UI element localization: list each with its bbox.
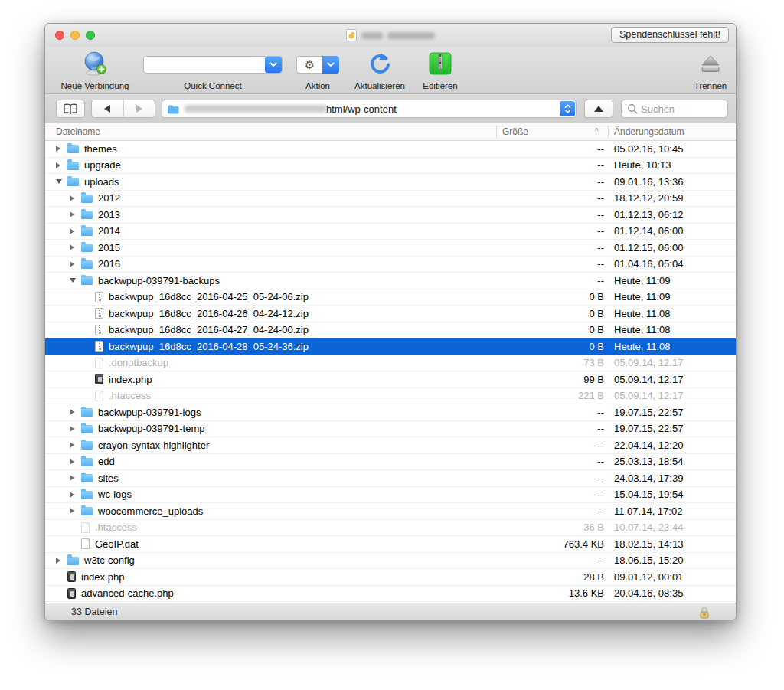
disclosure-triangle-icon[interactable] [70, 442, 74, 448]
file-row[interactable]: backwpup_16d8cc_2016-04-28_05-24-36.zip0… [45, 338, 736, 355]
file-modified-date: 24.03.14, 17:39 [614, 473, 683, 484]
file-row[interactable]: w3tc-config--18.06.15, 15:20 [45, 553, 736, 570]
disclosure-triangle-icon[interactable] [70, 261, 74, 267]
file-name: w3tc-config [84, 554, 135, 566]
disclosure-spacer [83, 309, 91, 317]
file-row[interactable]: advanced-cache.php13.6 KB20.04.16, 08:35 [45, 586, 736, 603]
disclosure-triangle-icon[interactable] [70, 195, 74, 201]
donation-key-missing-button[interactable]: Spendenschlüssel fehlt! [611, 27, 729, 43]
file-size: -- [597, 473, 604, 484]
file-row[interactable]: 2013--01.12.13, 06:12 [45, 207, 736, 224]
disclosure-spacer [70, 540, 77, 548]
refresh-button[interactable]: Aktualisieren [347, 49, 413, 78]
path-text: html/wp-content [326, 103, 397, 115]
bookmarks-button[interactable] [56, 100, 85, 118]
disclosure-spacer [70, 524, 77, 531]
file-size: 0 B [589, 308, 604, 319]
disclosure-triangle-icon[interactable] [70, 228, 74, 234]
forward-button[interactable] [123, 100, 155, 117]
file-row[interactable]: uploads--09.01.16, 13:36 [45, 174, 736, 191]
file-row[interactable]: GeoIP.dat763.4 KB18.02.15, 14:13 [45, 536, 736, 553]
column-header: Dateiname Größe ^ Änderungsdatum [45, 123, 736, 141]
file-row[interactable]: 2012--18.12.12, 20:59 [45, 191, 736, 208]
folder-icon [81, 507, 93, 515]
column-size[interactable]: Größe [502, 126, 528, 137]
file-row[interactable]: backwpup-039791-temp--19.07.15, 22:57 [45, 421, 736, 438]
refresh-icon [368, 52, 392, 75]
path-dropdown[interactable]: html/wp-content [162, 100, 577, 118]
refresh-label: Aktualisieren [347, 81, 413, 90]
search-input[interactable] [641, 103, 717, 115]
history-navigation [91, 100, 155, 118]
disclosure-triangle-icon[interactable] [70, 492, 74, 498]
disclosure-triangle-icon[interactable] [70, 278, 76, 283]
file-row[interactable]: wc-logs--15.04.15, 19:54 [45, 487, 736, 504]
file-modified-date: Heute, 11:08 [614, 341, 670, 352]
file-row[interactable]: 2015--01.12.15, 06:00 [45, 240, 736, 257]
file-row[interactable]: backwpup-039791-logs--19.07.15, 22:57 [45, 404, 736, 421]
file-row[interactable]: index.php99 B05.09.14, 12:17 [45, 371, 736, 388]
file-row[interactable]: 2014--01.12.14, 06:00 [45, 224, 736, 240]
file-row[interactable]: backwpup-039791-backups--Heute, 11:09 [45, 273, 736, 289]
file-size: -- [597, 275, 604, 286]
column-modified[interactable]: Änderungsdatum [614, 126, 684, 137]
file-row[interactable]: edd--25.03.13, 18:54 [45, 454, 736, 471]
column-divider[interactable] [608, 126, 609, 138]
disclosure-triangle-icon[interactable] [70, 475, 74, 481]
new-connection-button[interactable]: Neue Verbindung [50, 49, 140, 78]
disclosure-triangle-icon[interactable] [70, 244, 74, 250]
file-name: wc-logs [98, 489, 132, 500]
parent-directory-button[interactable] [584, 100, 613, 118]
column-divider[interactable] [496, 126, 497, 138]
action-button[interactable]: ⚙ [296, 56, 322, 74]
disclosure-triangle-icon[interactable] [70, 211, 74, 217]
file-row[interactable]: woocommerce_uploads--11.07.14, 17:02 [45, 503, 736, 520]
file-modified-date: 05.09.14, 12:17 [614, 374, 683, 385]
file-count: 33 Dateien [71, 607, 117, 617]
file-size: -- [597, 456, 604, 467]
back-button[interactable] [92, 100, 123, 117]
disclosure-triangle-icon[interactable] [70, 508, 74, 514]
quick-connect-combobox[interactable] [143, 56, 283, 74]
disclosure-triangle-icon[interactable] [56, 558, 60, 564]
blurred-path-segment [185, 105, 326, 113]
gear-icon: ⚙ [305, 59, 315, 70]
file-row[interactable]: .htaccess221 B05.09.14, 12:17 [45, 388, 736, 405]
path-stepper-button[interactable] [560, 101, 575, 116]
disclosure-triangle-icon[interactable] [56, 162, 60, 168]
file-row[interactable]: upgrade--Heute, 10:13 [45, 158, 736, 175]
quick-connect-dropdown-button[interactable] [265, 57, 282, 73]
file-row[interactable]: sites--24.03.14, 17:39 [45, 470, 736, 487]
file-name: 2012 [98, 192, 120, 204]
disclosure-triangle-icon[interactable] [56, 179, 62, 184]
search-field[interactable] [621, 100, 728, 118]
disclosure-triangle-icon[interactable] [56, 146, 60, 152]
file-modified-date: Heute, 11:08 [614, 308, 670, 319]
file-row[interactable]: crayon-syntax-highlighter--22.04.14, 12:… [45, 437, 736, 454]
file-modified-date: 01.04.16, 05:04 [614, 258, 683, 270]
file-row[interactable]: .donotbackup73 B05.09.14, 12:17 [45, 355, 736, 372]
file-name: .donotbackup [109, 357, 168, 368]
file-row[interactable]: index.php28 B09.01.12, 00:01 [45, 569, 736, 586]
disclosure-triangle-icon[interactable] [70, 426, 74, 432]
disclosure-triangle-icon[interactable] [70, 409, 74, 415]
disconnect-button[interactable]: Trennen [680, 49, 737, 78]
folder-icon [81, 195, 93, 203]
file-row[interactable]: backwpup_16d8cc_2016-04-25_05-24-06.zip0… [45, 289, 736, 306]
quick-connect-input[interactable] [145, 57, 262, 72]
disclosure-triangle-icon[interactable] [70, 459, 74, 465]
forward-icon [136, 105, 142, 113]
file-row[interactable]: .htaccess36 B10.07.14, 23:44 [45, 520, 736, 537]
cyberduck-window: Spendenschlüssel fehlt! [44, 23, 737, 620]
edit-button[interactable]: Editieren [411, 49, 469, 78]
file-name: backwpup-039791-logs [98, 407, 201, 418]
action-dropdown-button[interactable] [322, 56, 339, 74]
column-filename[interactable]: Dateiname [56, 126, 100, 137]
folder-icon [81, 408, 93, 417]
file-row[interactable]: 2016--01.04.16, 05:04 [45, 257, 736, 273]
eject-icon [699, 54, 722, 74]
file-row[interactable]: backwpup_16d8cc_2016-04-26_04-24-12.zip0… [45, 306, 736, 322]
file-row[interactable]: themes--05.02.16, 10:45 [45, 141, 736, 158]
file-row[interactable]: backwpup_16d8cc_2016-04-27_04-24-00.zip0… [45, 322, 736, 339]
disclosure-spacer [83, 375, 91, 383]
